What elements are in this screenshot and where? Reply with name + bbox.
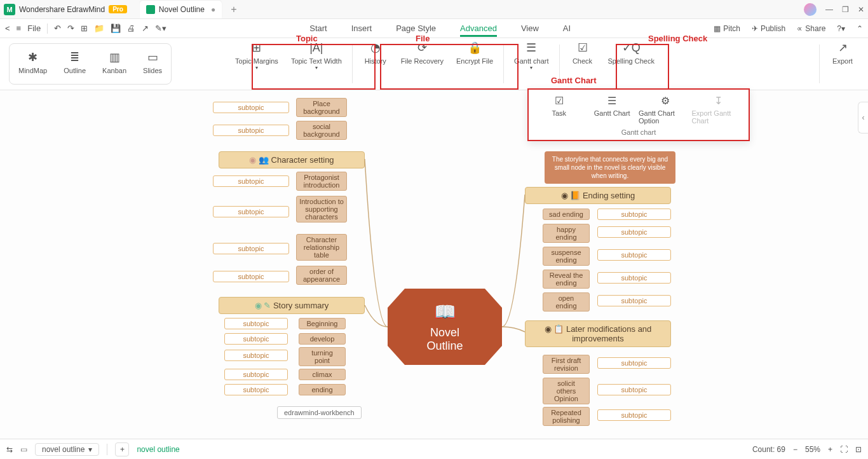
central-node[interactable]: 📖 Novel Outline: [388, 289, 502, 365]
node-solicit[interactable]: solicit others Opinion: [543, 378, 590, 404]
edit-button[interactable]: ✎▾: [155, 24, 166, 33]
node-ending[interactable]: ending: [299, 384, 346, 395]
view-mindmap[interactable]: ✱MindMap: [12, 46, 53, 81]
gantt-chart-item[interactable]: ☰Gantt Chart: [586, 95, 639, 125]
subtopic-node[interactable]: subtopic: [597, 357, 671, 369]
node-repeated[interactable]: Repeated polishing: [543, 407, 590, 426]
subtopic-node[interactable]: subtopic: [597, 409, 671, 421]
sb-structure-icon[interactable]: ⇆: [6, 445, 13, 454]
sb-page-icon[interactable]: ▭: [20, 445, 27, 454]
storyline-note[interactable]: The storyline that connects every big an…: [545, 151, 675, 184]
subtopic-node[interactable]: subtopic: [597, 272, 671, 284]
subtopic-node[interactable]: subtopic: [213, 102, 289, 113]
export-quick-button[interactable]: ↗: [142, 24, 149, 33]
subtopic-node[interactable]: subtopic: [224, 350, 288, 361]
view-kanban[interactable]: ▥Kanban: [96, 46, 133, 81]
topic-margins-button[interactable]: ⊞Topic Margins▾: [229, 38, 285, 90]
node-reveal[interactable]: Reveal the ending: [543, 270, 590, 289]
open-button[interactable]: 📁: [94, 24, 104, 33]
mindmap-canvas[interactable]: subtopic Place background subtopic socia…: [0, 90, 868, 439]
avatar[interactable]: [804, 3, 817, 16]
node-happy[interactable]: happy ending: [543, 224, 590, 243]
print-button[interactable]: 🖨: [127, 24, 135, 33]
sb-file-selector[interactable]: novel outline▾: [35, 443, 99, 456]
menu-ai[interactable]: AI: [563, 24, 571, 33]
gantt-chart-button[interactable]: ☰Gantt chart▾: [508, 38, 555, 90]
minimize-button[interactable]: —: [825, 5, 833, 14]
history-button[interactable]: ◔History: [356, 38, 395, 90]
spelling-check-button[interactable]: ✓QSpelling Check: [602, 38, 661, 90]
new-button[interactable]: ⊞: [81, 24, 88, 33]
branch-story-summary[interactable]: ◉ ✎ Story summary: [219, 297, 365, 314]
node-place-bg[interactable]: Place background: [296, 98, 347, 117]
document-tab[interactable]: Novel Outline ●: [140, 1, 222, 18]
subtopic-node[interactable]: subtopic: [213, 271, 289, 282]
branch-later-mods[interactable]: ◉ 📋 Later modifications and improvements: [525, 320, 671, 347]
menu-page-style[interactable]: Page Style: [396, 24, 436, 33]
node-climax[interactable]: climax: [299, 369, 346, 380]
view-outline[interactable]: ≣Outline: [57, 46, 92, 81]
subtopic-node[interactable]: subtopic: [597, 384, 671, 395]
pitch-button[interactable]: ▦Pitch: [714, 24, 740, 33]
save-button[interactable]: 💾: [111, 24, 121, 33]
file-label[interactable]: File: [27, 24, 41, 33]
gantt-task-button[interactable]: ☑Task: [532, 95, 586, 125]
subtopic-node[interactable]: subtopic: [597, 295, 671, 306]
subtopic-node[interactable]: subtopic: [224, 369, 288, 380]
subtopic-node[interactable]: subtopic: [597, 249, 671, 261]
gantt-export-button[interactable]: ↧Export Gantt Chart: [692, 95, 745, 125]
redo-button[interactable]: ↷: [67, 24, 74, 33]
sb-fit-icon[interactable]: ⛶: [840, 445, 848, 454]
sb-add-button[interactable]: +: [115, 442, 129, 456]
node-beginning[interactable]: Beginning: [299, 318, 346, 329]
collapse-ribbon-button[interactable]: ⌃: [857, 24, 863, 33]
subtopic-node[interactable]: subtopic: [224, 333, 288, 345]
menu-start[interactable]: Start: [309, 24, 327, 33]
subtopic-node[interactable]: subtopic: [597, 209, 671, 220]
encrypt-file-button[interactable]: 🔒Encrypt File: [450, 38, 499, 90]
subtopic-node[interactable]: subtopic: [213, 125, 289, 136]
menu-button[interactable]: ≡: [17, 24, 22, 33]
file-recovery-button[interactable]: ⟳File Recovery: [395, 38, 450, 90]
undo-button[interactable]: ↶: [54, 24, 61, 33]
gantt-option-button[interactable]: ⚙Gantt Chart Option: [639, 95, 692, 125]
subtopic-node[interactable]: subtopic: [213, 206, 289, 217]
node-protagonist[interactable]: Protagonist introduction: [296, 172, 347, 191]
menu-view[interactable]: View: [521, 24, 539, 33]
subtopic-node[interactable]: subtopic: [224, 318, 288, 329]
branch-character-setting[interactable]: ◉ 👥 Character setting: [219, 151, 365, 168]
node-supporting[interactable]: Introduction to supporting characters: [296, 196, 347, 223]
workbench-node[interactable]: edrawmind-workbench: [277, 406, 362, 419]
maximize-button[interactable]: ❐: [842, 5, 849, 14]
export-button[interactable]: ↗Export: [824, 38, 862, 90]
close-button[interactable]: ✕: [858, 5, 864, 14]
node-first-draft[interactable]: First draft revision: [543, 355, 590, 374]
subtopic-node[interactable]: subtopic: [213, 243, 289, 254]
node-appearance[interactable]: order of appearance: [296, 266, 347, 285]
back-button[interactable]: <: [5, 24, 10, 33]
right-panel-handle[interactable]: ‹: [858, 102, 868, 134]
node-social-bg[interactable]: social background: [296, 121, 347, 140]
node-relationship[interactable]: Character relationship table: [296, 234, 347, 261]
branch-ending-setting[interactable]: ◉ 📙 Ending setting: [525, 187, 671, 204]
publish-button[interactable]: ✈Publish: [752, 24, 785, 33]
node-turning[interactable]: turning point: [299, 347, 346, 366]
menu-insert[interactable]: Insert: [351, 24, 372, 33]
sb-breadcrumb[interactable]: novel outline: [137, 445, 179, 454]
node-sad[interactable]: sad ending: [543, 209, 590, 220]
topic-text-width-button[interactable]: |A|Topic Text Width▾: [285, 38, 348, 90]
share-button[interactable]: ∝Share: [797, 24, 825, 33]
sb-zoom-in[interactable]: +: [828, 445, 832, 454]
subtopic-node[interactable]: subtopic: [597, 226, 671, 238]
menu-advanced[interactable]: Advanced: [460, 24, 497, 33]
subtopic-node[interactable]: subtopic: [224, 384, 288, 395]
node-open[interactable]: open ending: [543, 292, 590, 312]
node-develop[interactable]: develop: [299, 333, 346, 345]
add-tab-button[interactable]: +: [231, 4, 236, 15]
node-suspense[interactable]: suspense ending: [543, 247, 590, 266]
view-slides[interactable]: ▭Slides: [137, 46, 168, 81]
help-button[interactable]: ?▾: [837, 24, 845, 33]
sb-zoom-out[interactable]: −: [793, 445, 797, 454]
subtopic-node[interactable]: subtopic: [213, 175, 289, 187]
sb-fullscreen-icon[interactable]: ⊡: [855, 445, 862, 454]
